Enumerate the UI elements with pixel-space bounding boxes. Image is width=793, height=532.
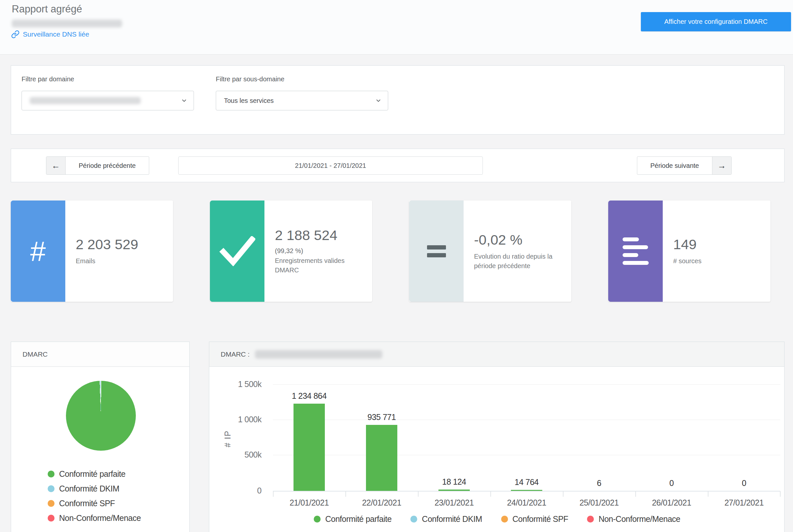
ratio-evolution-value: -0,02 % xyxy=(474,232,565,248)
show-dmarc-config-button[interactable]: Afficher votre configuration DMARC xyxy=(641,12,791,31)
valid-dmarc-label: Enregistrements valides DMARC xyxy=(275,256,366,275)
subdomain-filter-value: Tous les services xyxy=(224,97,274,104)
previous-period-label: Période précédente xyxy=(65,157,149,174)
previous-period-button[interactable]: ← Période précédente xyxy=(46,156,149,175)
x-tick xyxy=(635,491,636,497)
red-dot-icon xyxy=(48,515,55,521)
period-panel: ← Période précédente 21/01/2021 - 27/01/… xyxy=(11,149,785,182)
legend-item-conformite-spf[interactable]: Conformité SPF xyxy=(501,514,568,524)
legend-item-conformite-parfaite[interactable]: Conformité parfaite xyxy=(48,469,141,479)
hash-icon: # xyxy=(11,201,65,302)
x-label-24-01: 24/01/2021 xyxy=(490,498,563,508)
dns-monitoring-link[interactable]: Surveillance DNS liée xyxy=(11,30,89,39)
x-tick xyxy=(418,491,419,497)
x-tick xyxy=(708,491,709,497)
domain-filter-select[interactable] xyxy=(22,91,194,110)
blue-dot-icon xyxy=(48,485,55,492)
pie-card-header: DMARC xyxy=(11,342,189,367)
chevron-down-icon xyxy=(375,97,382,106)
gridline-1500k xyxy=(273,384,780,385)
blue-dot-icon xyxy=(410,516,417,522)
list-icon xyxy=(608,201,663,302)
x-tick xyxy=(780,491,780,497)
subdomain-filter-label: Filtre par sous-domaine xyxy=(216,75,284,83)
date-range-field[interactable]: 21/01/2021 - 27/01/2021 xyxy=(178,156,483,175)
bar-value-label: 1 234 864 xyxy=(276,391,342,401)
dmarc-bar-card: DMARC : 1 500k 1 000k 500k 0 # IP 1 234 … xyxy=(209,342,785,532)
arrow-right-icon: → xyxy=(712,157,731,174)
orange-dot-icon xyxy=(501,516,508,522)
legend-item-conformite-dkim[interactable]: Conformité DKIM xyxy=(410,514,482,524)
bar-21-01[interactable] xyxy=(293,404,325,491)
ytick-0: 0 xyxy=(209,486,262,495)
next-period-label: Période suivante xyxy=(637,157,712,174)
dmarc-pie-card: DMARC Conformité parfaite Conformité DKI… xyxy=(11,342,190,532)
x-label-27-01: 27/01/2021 xyxy=(708,498,780,508)
x-label-22-01: 22/01/2021 xyxy=(345,498,418,508)
dmarc-pie-chart[interactable] xyxy=(66,381,136,451)
green-dot-icon xyxy=(314,516,321,522)
valid-dmarc-percent: (99,32 %) xyxy=(275,247,366,255)
orange-dot-icon xyxy=(48,500,55,507)
bar-value-label: 935 771 xyxy=(349,413,414,422)
sources-stat-card: 149 # sources xyxy=(608,201,771,302)
domain-filter-label: Filtre par domaine xyxy=(22,75,74,83)
bar-card-header: DMARC : xyxy=(209,342,784,367)
dns-link-label: Surveillance DNS liée xyxy=(23,31,89,38)
ratio-evolution-stat-text: -0,02 % Evolution du ratio depuis la pér… xyxy=(464,201,571,302)
red-dot-icon xyxy=(587,516,594,522)
sources-count: 149 xyxy=(673,236,765,252)
ytick-1500k: 1 500k xyxy=(209,379,262,389)
next-period-button[interactable]: Période suivante → xyxy=(637,156,732,175)
bar-value-label: 0 xyxy=(639,478,704,488)
filters-panel: Filtre par domaine Filtre par sous-domai… xyxy=(11,65,785,135)
stats-row: # 2 203 529 Emails 2 188 524 (99,32 %) E… xyxy=(11,201,771,302)
link-chain-icon xyxy=(11,30,20,39)
gridline-500k xyxy=(273,455,780,455)
bar-22-01[interactable] xyxy=(366,425,397,491)
x-tick xyxy=(490,491,491,497)
bar-value-label: 18 124 xyxy=(422,477,487,487)
x-label-25-01: 25/01/2021 xyxy=(563,498,635,508)
legend-item-conformite-parfaite[interactable]: Conformité parfaite xyxy=(314,514,391,524)
x-axis-line xyxy=(273,491,780,492)
page-title: Rapport agrégé xyxy=(12,3,82,15)
x-label-26-01: 26/01/2021 xyxy=(635,498,708,508)
bar-24-01[interactable] xyxy=(511,490,542,491)
emails-stat-card: # 2 203 529 Emails xyxy=(11,201,173,302)
redacted-domain-subtitle xyxy=(12,20,122,27)
chevron-down-icon xyxy=(180,97,188,106)
bar-value-label: 14 764 xyxy=(494,477,559,487)
legend-item-conformite-dkim[interactable]: Conformité DKIM xyxy=(48,484,141,493)
pie-legend: Conformité parfaite Conformité DKIM Conf… xyxy=(48,469,141,523)
equals-icon xyxy=(409,201,464,302)
legend-item-conformite-spf[interactable]: Conformité SPF xyxy=(48,499,141,508)
green-dot-icon xyxy=(48,471,55,477)
valid-dmarc-stat-card: 2 188 524 (99,32 %) Enregistrements vali… xyxy=(210,201,372,302)
ytick-500k: 500k xyxy=(209,450,262,459)
bar-value-label: 6 xyxy=(566,478,632,488)
x-tick xyxy=(345,491,346,497)
emails-count: 2 203 529 xyxy=(76,236,167,252)
bar-legend: Conformité parfaite Conformité DKIM Conf… xyxy=(209,514,785,524)
pie-card-title: DMARC xyxy=(22,350,48,358)
sources-label: # sources xyxy=(673,256,765,266)
bar-card-title-prefix: DMARC : xyxy=(221,350,250,358)
x-tick xyxy=(563,491,563,497)
arrow-left-icon: ← xyxy=(46,157,65,174)
subdomain-filter-select[interactable]: Tous les services xyxy=(216,91,388,110)
legend-item-non-conforme[interactable]: Non-Conforme/Menace xyxy=(587,514,680,524)
emails-stat-text: 2 203 529 Emails xyxy=(65,201,173,302)
check-icon xyxy=(210,201,265,302)
x-label-23-01: 23/01/2021 xyxy=(418,498,490,508)
ratio-evolution-label: Evolution du ratio depuis la période pré… xyxy=(474,252,565,271)
valid-dmarc-stat-text: 2 188 524 (99,32 %) Enregistrements vali… xyxy=(265,201,372,302)
redacted-domain-title xyxy=(255,350,382,359)
valid-dmarc-count: 2 188 524 xyxy=(275,227,366,243)
x-label-21-01: 21/01/2021 xyxy=(273,498,345,508)
emails-label: Emails xyxy=(76,256,167,266)
bar-23-01[interactable] xyxy=(439,490,470,491)
y-axis-title: # IP xyxy=(223,430,232,447)
ytick-1000k: 1 000k xyxy=(209,415,262,424)
legend-item-non-conforme[interactable]: Non-Conforme/Menace xyxy=(48,513,141,523)
